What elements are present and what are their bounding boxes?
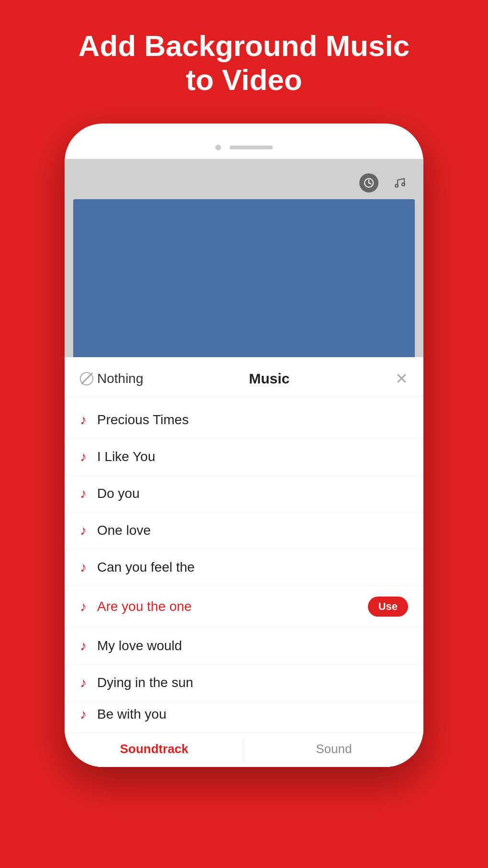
music-header: Nothing Music ✕	[65, 357, 423, 397]
video-preview	[73, 199, 415, 357]
music-panel: Nothing Music ✕ ♪ Precious Times ♪ I Lik…	[65, 357, 423, 767]
music-note-icon: ♪	[80, 486, 87, 501]
nothing-circle-icon	[80, 372, 93, 385]
list-item[interactable]: ♪ Can you feel the	[65, 549, 423, 586]
nothing-label: Nothing	[97, 371, 144, 386]
music-note-icon: ♪	[80, 599, 87, 614]
tab-bar: Soundtrack Sound	[65, 733, 423, 767]
video-area	[65, 159, 423, 357]
timer-icon[interactable]	[359, 173, 378, 192]
music-note-icon: ♪	[80, 707, 87, 722]
song-name: Dying in the sun	[97, 675, 408, 690]
video-toolbar	[73, 168, 415, 199]
page-headline: Add Background Music to Video	[50, 29, 438, 97]
music-note-icon: ♪	[80, 638, 87, 654]
music-note-icon[interactable]	[389, 172, 410, 193]
soundtrack-label: Soundtrack	[120, 742, 189, 756]
song-name: One love	[97, 523, 408, 538]
list-item-active[interactable]: ♪ Are you the one Use	[65, 586, 423, 628]
list-item-partial[interactable]: ♪ Be with you	[65, 701, 423, 728]
list-item[interactable]: ♪ I Like You	[65, 439, 423, 475]
music-note-icon: ♪	[80, 675, 87, 690]
phone-shell: Nothing Music ✕ ♪ Precious Times ♪ I Lik…	[65, 124, 423, 767]
music-note-icon: ♪	[80, 412, 87, 428]
music-list: ♪ Precious Times ♪ I Like You ♪ Do you ♪…	[65, 397, 423, 733]
tab-sound[interactable]: Sound	[244, 733, 424, 767]
phone-camera-dot	[215, 145, 221, 150]
song-name: Precious Times	[97, 412, 408, 428]
phone-wrapper: Nothing Music ✕ ♪ Precious Times ♪ I Lik…	[65, 124, 423, 767]
music-note-icon: ♪	[80, 523, 87, 538]
list-item[interactable]: ♪ Dying in the sun	[65, 665, 423, 701]
song-name: My love would	[97, 638, 408, 654]
list-item[interactable]: ♪ Precious Times	[65, 402, 423, 439]
song-name: I Like You	[97, 449, 408, 464]
song-name-active: Are you the one	[97, 599, 357, 614]
svg-point-4	[402, 183, 405, 186]
list-item[interactable]: ♪ Do you	[65, 475, 423, 512]
tab-soundtrack[interactable]: Soundtrack	[65, 733, 244, 767]
close-button[interactable]: ✕	[395, 371, 408, 386]
nothing-button[interactable]: Nothing	[80, 371, 144, 386]
panel-title: Music	[249, 371, 289, 387]
svg-point-3	[395, 184, 398, 187]
use-badge[interactable]: Use	[368, 597, 408, 617]
song-name: Be with you	[97, 707, 408, 722]
sound-label: Sound	[316, 742, 352, 756]
music-note-icon: ♪	[80, 560, 87, 575]
list-item[interactable]: ♪ My love would	[65, 628, 423, 665]
song-name: Can you feel the	[97, 560, 408, 575]
music-note-icon: ♪	[80, 449, 87, 464]
phone-notch	[65, 138, 423, 159]
svg-line-2	[369, 183, 371, 184]
list-item[interactable]: ♪ One love	[65, 512, 423, 549]
phone-speaker	[230, 146, 273, 149]
song-name: Do you	[97, 486, 408, 501]
